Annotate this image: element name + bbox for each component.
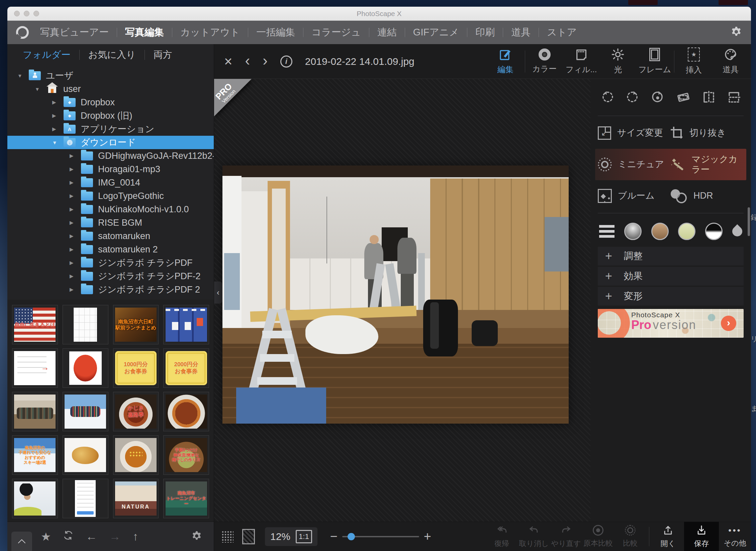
chevron-right-icon[interactable]: ▶ [70, 287, 77, 293]
chevron-right-icon[interactable]: ▶ [52, 113, 60, 119]
thumbnail-18[interactable] [63, 479, 108, 518]
tree-item-11[interactable]: ▶NuKinakoMochi-v1.0.0 [7, 203, 214, 216]
filter-sepia-swatch[interactable] [651, 223, 669, 240]
compare-button[interactable]: 比較 [614, 522, 646, 551]
chevron-right-icon[interactable]: ▶ [70, 260, 77, 266]
menu-item-4[interactable]: 一括編集 [248, 26, 303, 39]
tab-insert[interactable]: ★ 挿入 [676, 47, 711, 75]
tab-folders[interactable]: フォルダー [23, 48, 71, 61]
thumbnail-8[interactable]: 2000円分 お食事券 [163, 348, 209, 388]
close-image-icon[interactable]: × [224, 54, 232, 69]
tab-frame[interactable]: フレーム [637, 48, 672, 75]
tab-edit[interactable]: 編集 [488, 48, 523, 75]
tab-light[interactable]: 光 [600, 48, 635, 75]
revert-button[interactable]: 復帰 [486, 522, 518, 551]
chevron-right-icon[interactable]: ▶ [70, 273, 77, 279]
chevron-right-icon[interactable]: ▶ [70, 193, 77, 199]
thumbnail-16[interactable]: 手順3つだけ 神保流!簡単な 梅干しの作り方 [163, 435, 209, 475]
miniature-button[interactable]: ミニチュア [598, 157, 671, 172]
filter-list-icon[interactable] [599, 225, 615, 238]
image-info-icon[interactable]: i [280, 56, 292, 68]
tree-item-7[interactable]: ▶GDHighwayGoJA-Rev112b2-OT [7, 149, 214, 162]
chevron-right-icon[interactable]: ▶ [70, 180, 77, 186]
menu-item-2[interactable]: 写真編集 [117, 26, 172, 39]
thumbnail-9[interactable] [12, 392, 58, 431]
menu-item-9[interactable]: 道具 [503, 26, 539, 39]
redo-button[interactable]: やり直す [550, 522, 582, 551]
menu-item-5[interactable]: コラージュ [303, 26, 369, 39]
chevron-down-icon[interactable]: ▼ [52, 140, 60, 145]
parent-folder-icon[interactable]: ↑ [132, 530, 138, 543]
section-effects[interactable]: + 効果 [598, 267, 744, 286]
water-drop-icon[interactable] [730, 224, 744, 238]
menu-item-7[interactable]: GIFアニメ [405, 26, 467, 39]
thumbnail-6[interactable] [63, 348, 108, 388]
save-button[interactable]: 保存 [684, 522, 719, 551]
tree-item-9[interactable]: ▶IMG_0014 [7, 176, 214, 189]
tree-item-10[interactable]: ▶LogoTypeGothic [7, 189, 214, 203]
straighten-icon[interactable] [676, 90, 691, 106]
tree-item-5[interactable]: ▶アプリケーション [7, 122, 214, 136]
undo-button[interactable]: 取り消し [518, 522, 550, 551]
image-canvas[interactable]: PROVersion ‹ [214, 79, 590, 522]
pro-version-banner[interactable]: PhotoScape X Pro version › [598, 309, 744, 338]
zoom-slider[interactable] [342, 536, 419, 537]
flip-vertical-icon[interactable] [727, 90, 741, 106]
more-button[interactable]: ••• その他 [719, 522, 751, 551]
favorite-star-icon[interactable]: ★ [41, 530, 51, 543]
previous-image-icon[interactable]: ‹ [245, 53, 250, 70]
tree-item-1[interactable]: ▼ユーザ [7, 69, 214, 82]
tree-item-16[interactable]: ▶ジンボラボ チラシPDF-2 [7, 269, 214, 283]
tree-item-12[interactable]: ▶RISE BGM [7, 216, 214, 229]
tree-item-4[interactable]: ▶Dropbox (旧) [7, 109, 214, 122]
tree-item-3[interactable]: ▶Dropbox [7, 96, 214, 109]
tab-favorites[interactable]: お気に入り [88, 48, 136, 61]
menu-item-6[interactable]: 連結 [369, 26, 405, 39]
tab-color[interactable]: カラー [527, 48, 562, 74]
filter-green-swatch[interactable] [678, 223, 695, 240]
actual-size-button[interactable]: 1:1 [296, 530, 312, 543]
chevron-right-icon[interactable]: ▶ [52, 126, 60, 132]
tree-item-15[interactable]: ▶ジンボラボ チラシPDF [7, 256, 214, 269]
tree-item-13[interactable]: ▶satomaruken [7, 229, 214, 243]
chevron-down-icon[interactable]: ▼ [17, 73, 25, 79]
menu-item-3[interactable]: カットアウト [172, 26, 248, 39]
thumbnail-19[interactable]: NATURA [113, 479, 159, 518]
compare-original-button[interactable]: 原本比較 [582, 522, 614, 551]
menu-item-8[interactable]: 印刷 [467, 26, 503, 39]
thumbnail-3[interactable]: 南魚沼市六日町 駅前ランチまとめ [113, 305, 159, 344]
thumbnail-20[interactable]: 南魚沼市 トレーニングセンター [163, 479, 209, 518]
resize-button[interactable]: ↙ サイズ変更 [598, 126, 671, 140]
tab-tools[interactable]: 道具 [713, 48, 748, 75]
menu-item-10[interactable]: ストア [539, 26, 585, 39]
thumbnail-14[interactable] [63, 435, 108, 475]
chevron-right-icon[interactable]: ▶ [70, 206, 77, 212]
rotate-left-icon[interactable] [600, 90, 615, 106]
thumbnail-12[interactable] [163, 392, 209, 431]
grid-toggle-icon[interactable] [221, 531, 233, 543]
settings-gear-icon[interactable] [730, 26, 742, 39]
chevron-right-icon[interactable]: ▶ [70, 166, 77, 172]
flip-horizontal-icon[interactable] [702, 90, 716, 106]
chevron-down-icon[interactable]: ▼ [35, 86, 42, 92]
rotate-90-icon[interactable] [651, 90, 665, 106]
chevron-right-icon[interactable]: ▶ [70, 153, 77, 159]
thumbnail-11[interactable]: かじき 嘉路季 [113, 392, 159, 431]
collapse-panel-button[interactable] [11, 532, 32, 551]
back-icon[interactable]: ← [86, 530, 97, 543]
thumbnail-13[interactable]: 南魚沼市の 子連れでも安心な おすすめの スキー場2選 [12, 435, 58, 475]
sidebar-settings-gear-icon[interactable] [191, 530, 202, 543]
hdr-button[interactable]: HDR [671, 189, 744, 203]
tab-film[interactable]: フィル... [564, 48, 599, 75]
next-image-icon[interactable]: › [263, 53, 268, 70]
filter-grayscale-swatch[interactable] [624, 223, 642, 240]
section-adjust[interactable]: + 調整 [598, 247, 744, 265]
panel-scrollbar[interactable] [748, 207, 750, 236]
tree-item-14[interactable]: ▶satomaruken 2 [7, 243, 214, 256]
chevron-right-icon[interactable]: ▶ [70, 246, 77, 252]
tree-item-2[interactable]: ▼user [7, 82, 214, 96]
refresh-icon[interactable] [63, 530, 74, 543]
tree-item-17[interactable]: ▶ジンボラボ チラシPDF 2 [7, 283, 214, 296]
tab-both[interactable]: 両方 [154, 48, 172, 61]
magic-color-button[interactable]: マジックカラー [671, 154, 744, 175]
